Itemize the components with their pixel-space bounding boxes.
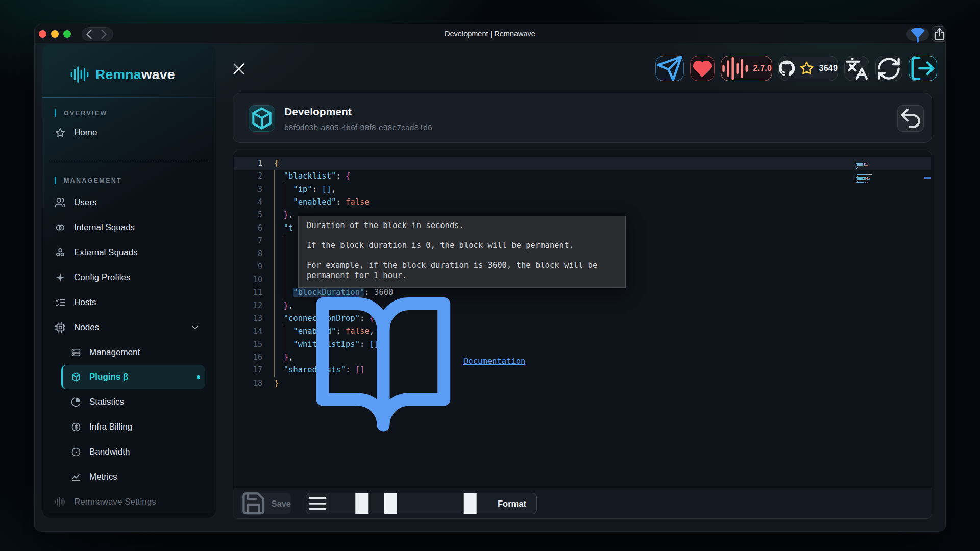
save-label: Save: [271, 499, 291, 509]
code-editor: 123456789101112131415161718 { "blacklist…: [233, 151, 932, 519]
rings-icon: [55, 222, 66, 233]
code-token: "blacklist": [284, 171, 336, 181]
minimap-token: [865, 165, 868, 166]
format-button-group: Format: [306, 493, 537, 514]
minimap-token: [868, 179, 870, 180]
plugin-header-card: Development b8f9d03b-a805-4b6f-98f8-e98e…: [233, 93, 932, 143]
sidebar-item-statistics[interactable]: Statistics: [48, 389, 210, 414]
nav-section-label: OVERVIEW: [48, 99, 210, 120]
minimap-token: [869, 174, 872, 175]
line-number: 18: [233, 377, 262, 390]
minimize-window-button[interactable]: [51, 30, 59, 38]
editor-area[interactable]: 123456789101112131415161718 { "blacklist…: [233, 151, 932, 488]
undo-icon: [898, 106, 923, 131]
minimap-token: [856, 182, 864, 183]
disc-icon: [71, 447, 81, 457]
logout-icon: [909, 55, 937, 82]
nav-section-label: MANAGEMENT: [48, 161, 210, 190]
language-button[interactable]: [844, 56, 869, 81]
sidebar-item-bandwidth[interactable]: Bandwidth: [48, 439, 210, 464]
code-token: [274, 223, 284, 233]
code-token: [274, 340, 293, 349]
sidebar-item-users[interactable]: Users: [48, 190, 210, 215]
version-button[interactable]: 2.7.0: [721, 56, 772, 81]
code-line: "ip": [],: [274, 183, 393, 196]
sidebar-item-infra-billing[interactable]: Infra Billing: [48, 414, 210, 439]
minimap-token: [864, 165, 865, 166]
extension-button[interactable]: [906, 28, 929, 41]
sidebar-item-plugins[interactable]: Plugins β: [61, 365, 205, 389]
logout-button[interactable]: [909, 56, 937, 81]
code-token: [274, 314, 284, 323]
sidebar-item-label: Nodes: [74, 322, 99, 333]
users-icon: [55, 197, 66, 208]
sidebar-item-external-squads[interactable]: External Squads: [48, 240, 210, 265]
refresh-button[interactable]: [875, 56, 902, 81]
code-token: [274, 197, 293, 207]
zoom-window-button[interactable]: [63, 30, 71, 38]
save-button[interactable]: Save: [240, 493, 291, 514]
version-button-label: 2.7.0: [753, 64, 772, 73]
cpu-icon: [55, 322, 66, 333]
book-icon: [307, 285, 460, 438]
format-options-button[interactable]: [306, 493, 329, 514]
code-token: ,: [288, 353, 293, 362]
code-token: :: [336, 197, 346, 207]
code-token: [274, 327, 293, 336]
back-button[interactable]: [897, 105, 924, 132]
sidebar-item-label: Remnawave Settings: [74, 497, 156, 507]
format-button[interactable]: Format: [329, 493, 536, 514]
code-token: :: [312, 185, 322, 194]
share-button[interactable]: [932, 26, 946, 42]
telegram-button[interactable]: [655, 56, 684, 81]
code-token: [274, 288, 293, 297]
section-accent-bar: [55, 177, 56, 184]
minimap-token: [857, 179, 866, 180]
code-token: "t: [284, 223, 293, 233]
sidebar-item-internal-squads[interactable]: Internal Squads: [48, 215, 210, 240]
code-token: "ip": [293, 185, 312, 194]
sidebar-item-label: Bandwidth: [89, 447, 130, 457]
code-token: false: [346, 197, 370, 207]
section-label-text: MANAGEMENT: [64, 177, 122, 184]
sidebar-item-config-profiles[interactable]: Config Profiles: [48, 265, 210, 290]
sidebar-item-label: Hosts: [74, 297, 96, 308]
server-icon: [71, 347, 81, 358]
chevron-left-icon: [82, 27, 96, 41]
app-window: Development | Remnawave 2.7.03649 Remnaw…: [34, 24, 946, 532]
justify-icon: [306, 493, 329, 514]
code-token: [274, 301, 284, 310]
sidebar-item-management[interactable]: Management: [48, 340, 210, 365]
translate-icon: [845, 57, 869, 81]
minimap-token: [857, 165, 863, 166]
donate-button[interactable]: [690, 56, 715, 81]
sidebar-item-hosts[interactable]: Hosts: [48, 290, 210, 315]
minimap[interactable]: [855, 156, 870, 178]
close-icon: [231, 61, 247, 77]
sidebar-item-nodes[interactable]: Nodes: [48, 315, 210, 340]
sidebar-item-label: Management: [89, 347, 140, 358]
github-stars-button[interactable]: 3649: [778, 56, 838, 81]
code-token: "enabled": [293, 197, 336, 207]
brand-logo[interactable]: Remnawave: [70, 65, 175, 84]
code-token: []: [322, 185, 331, 194]
blocks-icon: [339, 493, 493, 514]
close-panel-button[interactable]: [231, 61, 247, 77]
section-label-text: OVERVIEW: [64, 110, 108, 117]
documentation-link[interactable]: Documentation: [307, 285, 617, 438]
extension-icon: [906, 24, 929, 45]
close-window-button[interactable]: [39, 30, 46, 38]
logo-divider: [42, 97, 216, 98]
plugin-uuid: b8f9d03b-a805-4b6f-98f8-e98e7cad81d6: [284, 123, 432, 132]
minimap-token: [855, 162, 855, 163]
nav-back-button[interactable]: [82, 28, 96, 41]
sidebar-item-remnawave-settings[interactable]: Remnawave Settings: [48, 489, 210, 514]
sidebar-item-metrics[interactable]: Metrics: [48, 464, 210, 489]
sidebar-bottom-divider: [48, 512, 210, 512]
nav-forward-button[interactable]: [96, 28, 111, 41]
line-number: 17: [233, 364, 262, 377]
sidebar-item-label: Internal Squads: [74, 222, 135, 233]
sidebar-item-home[interactable]: Home: [48, 120, 210, 145]
share-icon: [932, 27, 946, 41]
tooltip-line: If the block duration is 0, the block wi…: [307, 240, 617, 251]
